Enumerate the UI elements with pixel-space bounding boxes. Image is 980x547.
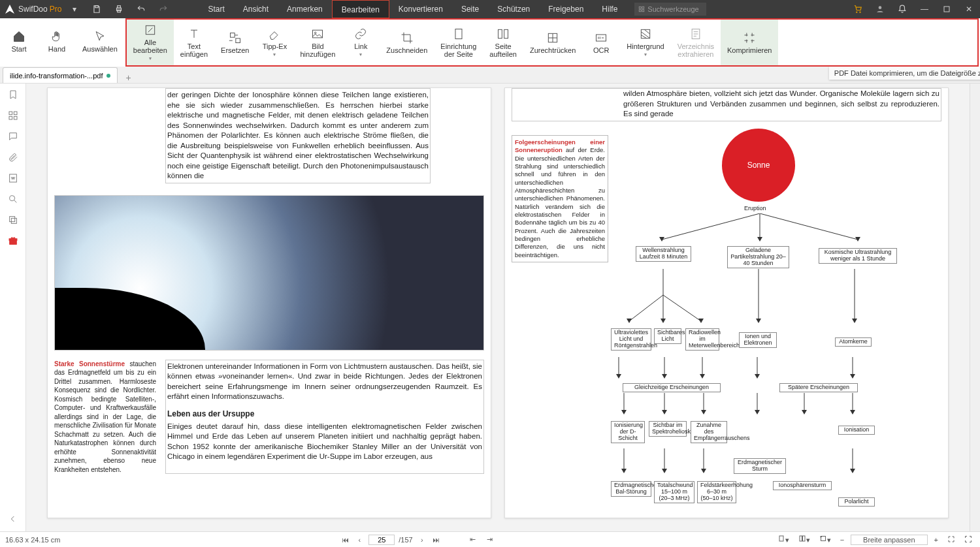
tool-insert-text[interactable]: Texteinfügen	[174, 20, 214, 65]
menu-hilfe[interactable]: Hilfe	[593, 0, 627, 18]
view-rotate-icon[interactable]: ▾	[817, 535, 834, 544]
pdf-page-left[interactable]: der geringen Dichte der Ionosphäre könne…	[47, 87, 491, 518]
word-icon[interactable]	[7, 172, 19, 184]
page-text-block[interactable]: der geringen Dichte der Ionosphäre könne…	[165, 88, 431, 183]
svg-rect-18	[498, 29, 502, 38]
last-page-icon[interactable]: ⏭	[431, 535, 442, 545]
dropdown-icon[interactable]: ▾	[65, 0, 84, 18]
eraser-icon	[268, 27, 281, 40]
section-heading: Leben aus der Ursuppe	[167, 409, 482, 419]
tool-edit-all[interactable]: Allebearbeiten▾	[127, 20, 174, 65]
tool-start[interactable]: Start	[0, 18, 38, 64]
bell-icon[interactable]	[891, 0, 913, 18]
tool-hand[interactable]: Hand	[38, 18, 76, 64]
zoom-in-icon[interactable]: +	[932, 536, 941, 544]
undo-icon[interactable]	[132, 0, 150, 18]
search-icon[interactable]	[7, 193, 19, 205]
fit-mode-select[interactable]: Breite anpassen	[851, 535, 928, 545]
nav-back-icon[interactable]: ⇤	[468, 535, 478, 545]
svg-rect-19	[504, 29, 508, 38]
cursor-icon	[93, 30, 106, 43]
search-tools-input[interactable]: Suchwerkzeuge	[634, 3, 706, 16]
svg-rect-25	[14, 112, 17, 115]
svg-rect-4	[640, 7, 642, 8]
layers-icon[interactable]	[7, 214, 19, 226]
nav-forward-icon[interactable]: ⇥	[485, 535, 495, 545]
next-page-icon[interactable]: ›	[417, 535, 427, 545]
split-icon	[497, 27, 510, 40]
tab-document[interactable]: ilide.info-transformation-...pdf	[3, 67, 118, 83]
menu-ansicht[interactable]: Ansicht	[234, 0, 278, 18]
bookmark-icon[interactable]	[7, 89, 19, 101]
redo-icon[interactable]	[154, 0, 172, 18]
minimize-icon[interactable]: ―	[913, 0, 936, 18]
tool-page-setup[interactable]: Einrichtungder Seite	[434, 20, 483, 65]
close-icon[interactable]: ✕	[958, 0, 980, 18]
view-single-icon[interactable]: ▾	[775, 535, 792, 544]
tool-ocr[interactable]: OCR	[582, 20, 620, 65]
page-number-input[interactable]	[368, 535, 395, 545]
svg-rect-36	[802, 536, 805, 541]
sun-eruption-diagram[interactable]: Sonne Eruption Wellenstrahlung Laufzeit …	[623, 129, 941, 511]
comments-icon[interactable]	[7, 131, 19, 142]
cart-icon[interactable]	[847, 0, 869, 18]
collapse-sidebar-icon[interactable]	[7, 513, 19, 525]
add-tab-button[interactable]: +	[122, 72, 135, 83]
prev-page-icon[interactable]: ‹	[354, 535, 365, 545]
tool-background[interactable]: Hintergrund▾	[620, 20, 670, 65]
thumbnails-icon[interactable]	[7, 110, 19, 121]
svg-rect-5	[642, 7, 644, 8]
home-icon	[12, 30, 25, 43]
aurora-image[interactable]	[54, 195, 484, 351]
attachments-icon[interactable]	[7, 151, 19, 163]
gift-icon[interactable]	[7, 235, 19, 247]
tool-compress[interactable]: Komprimieren	[721, 20, 778, 65]
extract-icon	[689, 27, 702, 40]
menu-start[interactable]: Start	[199, 0, 233, 18]
app-pro-label: Pro	[50, 5, 62, 14]
fit-page-icon[interactable]	[945, 535, 958, 544]
save-icon[interactable]	[88, 0, 106, 18]
menu-seite[interactable]: Seite	[452, 0, 488, 18]
user-icon[interactable]	[869, 0, 891, 18]
edit-all-icon	[144, 23, 157, 37]
svg-rect-24	[9, 112, 12, 115]
menu-anmerken[interactable]: Anmerken	[278, 0, 332, 18]
menu-schuetzen[interactable]: Schützen	[488, 0, 539, 18]
tool-flatten[interactable]: Zurechtrücken	[523, 20, 582, 65]
zoom-out-icon[interactable]: −	[838, 536, 847, 544]
svg-point-9	[860, 12, 860, 12]
maximize-icon[interactable]	[936, 0, 958, 18]
tool-tippex[interactable]: Tipp-Ex▾	[255, 20, 293, 65]
tool-crop[interactable]: Zuschneiden	[380, 20, 434, 65]
modified-dot-icon	[106, 74, 110, 78]
vertical-scrollbar[interactable]	[970, 84, 980, 531]
compress-tooltip: PDF Datei komprimieren, um die Dateigröß…	[829, 67, 980, 80]
sidebar-caption[interactable]: Starke Sonnenstürme stauchen das Erdmagn…	[54, 360, 156, 475]
fullscreen-icon[interactable]	[962, 535, 975, 544]
print-icon[interactable]	[110, 0, 128, 18]
view-continuous-icon[interactable]: ▾	[796, 535, 813, 544]
svg-rect-13	[230, 33, 235, 37]
page-nav: ⏮ ‹ /157 › ⏭	[340, 535, 441, 545]
document-viewport[interactable]: der geringen Dichte der Ionosphäre könne…	[26, 84, 970, 531]
svg-rect-0	[95, 6, 99, 8]
text-icon	[188, 27, 201, 40]
menu-freigeben[interactable]: Freigeben	[539, 0, 593, 18]
replace-icon	[229, 31, 242, 44]
tool-add-image[interactable]: Bildhinzufügen	[293, 20, 342, 65]
menu-bearbeiten[interactable]: Bearbeiten	[332, 0, 389, 18]
tool-split-page[interactable]: Seiteaufteilen	[483, 20, 523, 65]
page-text-block[interactable]: wilden Atmosphäre bieten, vollzieht sich…	[512, 88, 941, 121]
sun-circle: Sonne	[722, 129, 795, 202]
tool-link[interactable]: Link▾	[342, 20, 380, 65]
main-text-column[interactable]: Elektronen untereinander Informationen i…	[165, 360, 484, 475]
tool-select[interactable]: Auswählen	[76, 18, 124, 64]
tool-replace[interactable]: Ersetzen	[214, 20, 255, 65]
first-page-icon[interactable]: ⏮	[340, 535, 350, 545]
figure-caption-box[interactable]: Folgeerscheinungen einer Sonneneruption …	[512, 135, 608, 262]
menu-konvertieren[interactable]: Konvertieren	[389, 0, 452, 18]
pdf-page-right[interactable]: wilden Atmosphäre bieten, vollzieht sich…	[504, 87, 949, 518]
tab-filename: ilide.info-transformation-...pdf	[10, 72, 103, 80]
svg-rect-6	[640, 10, 642, 12]
